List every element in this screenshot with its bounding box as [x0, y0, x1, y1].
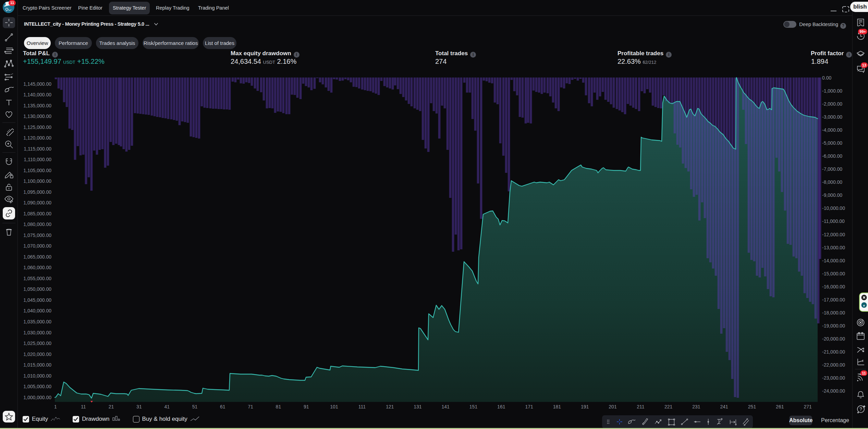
svg-text:231: 231	[692, 404, 700, 409]
svg-text:-17,000.00: -17,000.00	[822, 297, 845, 302]
svg-text:1,085,000.00: 1,085,000.00	[23, 211, 51, 216]
svg-text:261: 261	[776, 404, 784, 409]
svg-text:-11,000.00: -11,000.00	[822, 218, 845, 224]
svg-text:1,140,000.00: 1,140,000.00	[23, 92, 51, 97]
svg-text:1,005,000.00: 1,005,000.00	[23, 384, 51, 389]
svg-text:271: 271	[804, 404, 812, 409]
svg-text:1,020,000.00: 1,020,000.00	[23, 351, 51, 357]
svg-text:-5,000.00: -5,000.00	[822, 140, 842, 146]
svg-text:131: 131	[414, 404, 422, 409]
svg-text:1,030,000.00: 1,030,000.00	[23, 330, 51, 335]
svg-text:1,010,000.00: 1,010,000.00	[23, 373, 51, 379]
svg-text:1,065,000.00: 1,065,000.00	[23, 254, 51, 260]
svg-text:-2,000.00: -2,000.00	[822, 101, 842, 107]
svg-text:1,100,000.00: 1,100,000.00	[23, 178, 51, 184]
svg-text:21: 21	[109, 404, 114, 409]
svg-text:181: 181	[553, 404, 561, 409]
svg-text:-6,000.00: -6,000.00	[822, 153, 842, 159]
svg-text:1,000,000.00: 1,000,000.00	[23, 395, 51, 400]
svg-text:81: 81	[276, 404, 281, 409]
svg-text:1,135,000.00: 1,135,000.00	[23, 103, 51, 108]
svg-text:101: 101	[330, 404, 338, 409]
svg-text:161: 161	[497, 404, 505, 409]
svg-text:-8,000.00: -8,000.00	[822, 179, 842, 185]
svg-text:-4,000.00: -4,000.00	[822, 127, 842, 133]
svg-text:e: e	[863, 303, 865, 307]
svg-text:151: 151	[469, 404, 478, 409]
svg-text:-15,000.00: -15,000.00	[822, 271, 845, 276]
svg-text:191: 191	[581, 404, 589, 409]
svg-text:1,070,000.00: 1,070,000.00	[23, 243, 51, 249]
svg-text:-20,000.00: -20,000.00	[822, 336, 845, 342]
svg-text:221: 221	[664, 404, 673, 409]
svg-text:-14,000.00: -14,000.00	[822, 258, 845, 263]
svg-text:1,055,000.00: 1,055,000.00	[23, 276, 51, 281]
svg-text:1: 1	[54, 404, 57, 409]
svg-text:31: 31	[136, 404, 142, 409]
svg-text:1,105,000.00: 1,105,000.00	[23, 168, 51, 173]
svg-text:141: 141	[442, 404, 450, 409]
svg-text:-12,000.00: -12,000.00	[822, 232, 845, 237]
svg-text:71: 71	[248, 404, 253, 409]
svg-text:-21,000.00: -21,000.00	[822, 349, 845, 355]
svg-text:41: 41	[164, 404, 170, 409]
svg-text:-1,000.00: -1,000.00	[822, 88, 842, 94]
svg-text:1,130,000.00: 1,130,000.00	[23, 114, 51, 119]
svg-text:1,015,000.00: 1,015,000.00	[23, 362, 51, 368]
svg-text:1,120,000.00: 1,120,000.00	[23, 135, 51, 141]
svg-text:1,145,000.00: 1,145,000.00	[23, 81, 51, 87]
svg-text:121: 121	[386, 404, 394, 409]
svg-text:-9,000.00: -9,000.00	[822, 192, 842, 198]
svg-text:1,110,000.00: 1,110,000.00	[24, 157, 51, 162]
svg-text:-24,000.00: -24,000.00	[822, 388, 845, 394]
svg-text:1,035,000.00: 1,035,000.00	[23, 319, 51, 324]
svg-text:1,025,000.00: 1,025,000.00	[23, 341, 51, 346]
svg-text:211: 211	[637, 404, 645, 409]
svg-text:1,045,000.00: 1,045,000.00	[23, 297, 51, 303]
svg-text:1,090,000.00: 1,090,000.00	[23, 200, 51, 205]
svg-text:1,040,000.00: 1,040,000.00	[23, 308, 51, 313]
svg-text:-23,000.00: -23,000.00	[822, 375, 845, 381]
svg-text:1,050,000.00: 1,050,000.00	[23, 286, 51, 292]
svg-text:-7,000.00: -7,000.00	[822, 166, 842, 172]
svg-text:91: 91	[304, 404, 309, 409]
svg-text:61: 61	[220, 404, 225, 409]
svg-text:1,095,000.00: 1,095,000.00	[23, 189, 51, 195]
svg-text:-3,000.00: -3,000.00	[822, 114, 842, 120]
svg-text:1,125,000.00: 1,125,000.00	[23, 124, 51, 130]
svg-text:111: 111	[358, 404, 366, 409]
svg-text:-13,000.00: -13,000.00	[822, 245, 845, 250]
svg-text:-22,000.00: -22,000.00	[822, 362, 845, 368]
svg-text:241: 241	[720, 404, 729, 409]
svg-text:251: 251	[748, 404, 756, 409]
svg-text:-18,000.00: -18,000.00	[822, 310, 845, 315]
svg-text:171: 171	[525, 404, 533, 409]
svg-text:-10,000.00: -10,000.00	[822, 205, 845, 211]
svg-text:1,115,000.00: 1,115,000.00	[24, 146, 51, 152]
svg-text:0.00: 0.00	[822, 75, 831, 81]
svg-text:?: ?	[859, 406, 862, 412]
svg-text:201: 201	[609, 404, 617, 409]
svg-text:51: 51	[192, 404, 198, 409]
svg-text:-19,000.00: -19,000.00	[822, 323, 845, 329]
svg-text:1,075,000.00: 1,075,000.00	[23, 233, 51, 238]
svg-text:-16,000.00: -16,000.00	[822, 284, 845, 289]
svg-text:1,060,000.00: 1,060,000.00	[23, 265, 51, 270]
svg-text:1,080,000.00: 1,080,000.00	[23, 222, 51, 227]
svg-text:11: 11	[81, 404, 86, 409]
